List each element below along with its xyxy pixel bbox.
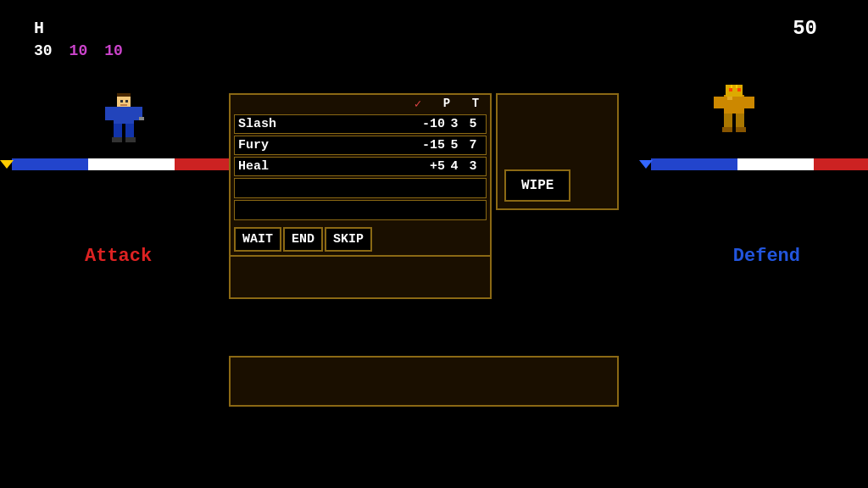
svg-rect-23 [722, 127, 732, 132]
svg-rect-9 [117, 93, 131, 97]
wipe-button[interactable]: WIPE [504, 169, 570, 202]
skill-row-empty-1 [234, 178, 487, 198]
skill-name-slash: Slash [238, 117, 418, 131]
player-val2: 10 [70, 41, 88, 62]
svg-rect-8 [125, 137, 136, 142]
skip-button[interactable]: SKIP [325, 227, 372, 252]
svg-rect-7 [112, 137, 122, 142]
svg-rect-19 [714, 97, 724, 108]
wait-button[interactable]: WAIT [234, 227, 281, 252]
player-character [102, 93, 146, 155]
svg-rect-25 [727, 97, 732, 100]
svg-rect-1 [114, 107, 134, 124]
svg-rect-15 [729, 88, 732, 92]
svg-rect-21 [724, 114, 732, 129]
skill-row-slash[interactable]: Slash -10 3 5 [234, 114, 487, 134]
defend-label: Defend [733, 246, 800, 267]
svg-rect-10 [120, 100, 123, 103]
skill-column-headers: ✓ P T [231, 95, 490, 113]
message-box [231, 255, 490, 297]
skill-val-slash: -10 [418, 117, 445, 131]
svg-rect-11 [125, 100, 128, 103]
enemy-bar-indicator [639, 160, 653, 169]
skill-row-fury[interactable]: Fury -15 5 7 [234, 136, 487, 155]
enemy-health-bar [639, 157, 868, 172]
player-val3: 10 [104, 41, 123, 62]
action-buttons: WAIT END SKIP [231, 222, 490, 255]
skill-p-fury: 5 [445, 138, 464, 152]
skill-p-heal: 4 [445, 159, 464, 174]
svg-rect-12 [120, 104, 127, 106]
skill-t-heal: 3 [464, 159, 482, 174]
end-button[interactable]: END [283, 227, 323, 252]
svg-rect-2 [105, 107, 114, 120]
bottom-message-area [229, 356, 619, 407]
enemy-character [710, 85, 758, 143]
skill-row-empty-2 [234, 200, 487, 220]
svg-rect-13 [724, 95, 744, 114]
side-panel: WIPE [496, 93, 619, 210]
svg-rect-5 [114, 124, 122, 139]
player-stats: H 30 10 10 [34, 17, 123, 62]
skill-val-heal: +5 [418, 159, 445, 174]
skill-val-fury: -15 [418, 138, 445, 152]
player-bar-indicator [0, 160, 14, 169]
check-col-header: ✓ [410, 97, 426, 111]
stat-h-label: H [34, 17, 123, 41]
svg-rect-18 [736, 85, 737, 88]
svg-rect-4 [139, 117, 144, 120]
skill-t-fury: 7 [464, 138, 482, 152]
t-col-header: T [468, 97, 483, 111]
player-health-bar [0, 157, 229, 172]
battle-menu: ✓ P T Slash -10 3 5 Fury -15 5 7 Heal +5… [229, 93, 492, 299]
svg-rect-24 [736, 127, 746, 132]
skill-name-fury: Fury [238, 138, 418, 152]
player-hp: 30 [34, 41, 53, 62]
enemy-health-fill [651, 158, 868, 170]
skill-p-slash: 3 [445, 117, 464, 131]
skill-row-heal[interactable]: Heal +5 4 3 [234, 157, 487, 176]
skill-t-slash: 5 [464, 117, 482, 131]
attack-label: Attack [85, 246, 152, 267]
svg-rect-6 [125, 124, 134, 139]
svg-rect-17 [731, 85, 732, 88]
svg-rect-20 [744, 97, 754, 108]
player-health-fill [12, 158, 229, 170]
skill-name-heal: Heal [238, 159, 418, 174]
svg-rect-22 [736, 114, 744, 129]
svg-rect-16 [737, 88, 741, 92]
enemy-hp: 50 [793, 17, 817, 40]
p-col-header: P [439, 97, 454, 111]
